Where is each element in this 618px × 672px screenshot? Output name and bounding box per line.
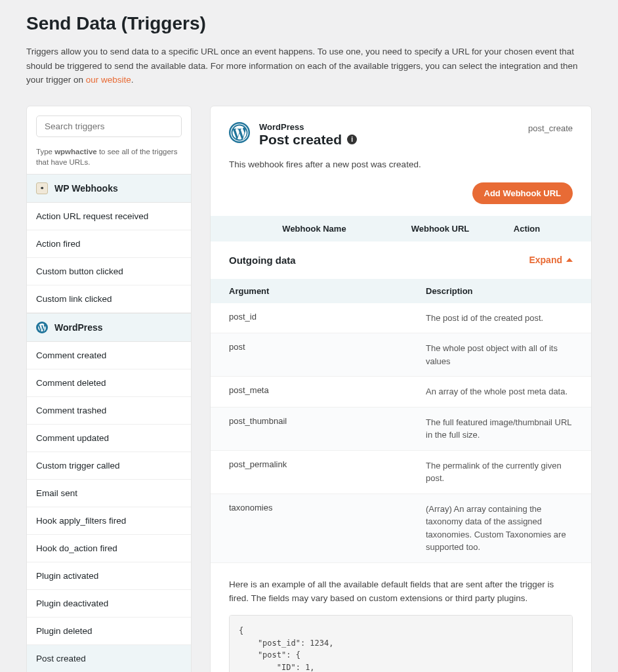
sidebar-item-hook-apply-filters-fired[interactable]: Hook apply_filters fired — [27, 507, 191, 535]
sidebar-item-comment-updated[interactable]: Comment updated — [27, 425, 191, 452]
triggers-sidebar: Type wpwhactive to see all of the trigge… — [26, 106, 192, 672]
arg-row: post_thumbnailThe full featured image/th… — [211, 408, 591, 451]
sidebar-item-comment-created[interactable]: Comment created — [27, 342, 191, 369]
sidebar-item-plugin-deleted[interactable]: Plugin deleted — [27, 618, 191, 645]
arg-name: post_id — [229, 312, 426, 325]
arg-desc: (Array) An array containing the taxonomy… — [426, 503, 573, 554]
col-argument: Argument — [229, 286, 426, 296]
arg-row: taxonomies(Array) An array containing th… — [211, 494, 591, 563]
trigger-title: Post created — [259, 132, 342, 148]
sidebar-item-action-fired[interactable]: Action fired — [27, 230, 191, 258]
sidebar-item-email-sent[interactable]: Email sent — [27, 480, 191, 507]
wordpress-icon — [36, 322, 48, 333]
arg-row: post_permalinkThe permalink of the curre… — [211, 451, 591, 494]
page-description: Triggers allow you to send data to a spe… — [26, 45, 592, 87]
page-title: Send Data (Triggers) — [26, 13, 592, 34]
arg-desc: An array of the whole post meta data. — [426, 385, 573, 398]
col-description: Description — [426, 286, 573, 296]
col-webhook-name: Webhook Name — [229, 224, 400, 234]
expand-label: Expand — [529, 255, 562, 265]
our-website-link[interactable]: our website — [86, 75, 131, 85]
arg-desc: The post id of the created post. — [426, 312, 573, 325]
search-hint: Type wpwhactive to see all of the trigge… — [27, 146, 191, 174]
sidebar-item-plugin-deactivated[interactable]: Plugin deactivated — [27, 590, 191, 618]
trigger-slug: post_create — [528, 123, 573, 133]
arg-row: postThe whole post object with all of it… — [211, 333, 591, 377]
outgoing-data-title: Outgoing data — [229, 255, 296, 266]
hint-keyword: wpwhactive — [54, 148, 97, 156]
group-label: WordPress — [54, 322, 103, 333]
args-table-header: Argument Description — [211, 279, 591, 303]
arg-name: post_thumbnail — [229, 416, 426, 442]
group-header-wordpress[interactable]: WordPress — [27, 313, 191, 342]
sidebar-item-hook-do-action-fired[interactable]: Hook do_action fired — [27, 535, 191, 562]
svg-point-1 — [229, 122, 250, 143]
arg-name: post_permalink — [229, 459, 426, 485]
arg-row: post_metaAn array of the whole post meta… — [211, 377, 591, 408]
arg-row: post_idThe post id of the created post. — [211, 303, 591, 334]
sidebar-item-post-created[interactable]: Post created — [27, 645, 191, 672]
sidebar-item-comment-deleted[interactable]: Comment deleted — [27, 369, 191, 397]
group-header-wp-webhooks[interactable]: ⚬WP Webhooks — [27, 174, 191, 203]
sidebar-item-comment-trashed[interactable]: Comment trashed — [27, 397, 191, 425]
wpwebhooks-icon: ⚬ — [36, 182, 48, 194]
search-input[interactable] — [36, 116, 182, 137]
info-icon[interactable]: i — [347, 135, 357, 144]
example-description: Here is an example of all the available … — [211, 563, 591, 615]
arg-name: taxonomies — [229, 503, 426, 554]
sidebar-item-action-url-request-received[interactable]: Action URL request received — [27, 203, 191, 230]
sidebar-item-plugin-activated[interactable]: Plugin activated — [27, 562, 191, 590]
page-desc-period: . — [131, 75, 134, 85]
arg-desc: The whole post object with all of its va… — [426, 342, 573, 368]
trigger-source: WordPress — [259, 122, 519, 132]
col-webhook-url: Webhook URL — [400, 224, 481, 234]
group-label: WP Webhooks — [54, 183, 118, 194]
trigger-detail-panel: WordPress Post created i post_create Thi… — [210, 106, 592, 672]
arg-name: post_meta — [229, 385, 426, 398]
hint-pre: Type — [36, 148, 54, 156]
sidebar-item-custom-button-clicked[interactable]: Custom button clicked — [27, 258, 191, 285]
add-webhook-url-button[interactable]: Add Webhook URL — [472, 182, 573, 204]
chevron-up-icon — [566, 258, 573, 262]
sidebar-item-custom-trigger-called[interactable]: Custom trigger called — [27, 452, 191, 480]
example-code[interactable]: { "post_id": 1234, "post": { "ID": 1, "p… — [229, 615, 573, 672]
wordpress-icon — [229, 122, 250, 146]
svg-point-0 — [36, 322, 48, 333]
expand-toggle[interactable]: Expand — [529, 255, 573, 265]
webhook-table-header: Webhook Name Webhook URL Action — [211, 216, 591, 242]
trigger-description: This webhook fires after a new post was … — [229, 159, 573, 169]
col-action: Action — [481, 224, 573, 234]
sidebar-item-custom-link-clicked[interactable]: Custom link clicked — [27, 285, 191, 313]
arg-name: post — [229, 342, 426, 368]
arg-desc: The full featured image/thumbnail URL in… — [426, 416, 573, 442]
arg-desc: The permalink of the currently given pos… — [426, 459, 573, 485]
